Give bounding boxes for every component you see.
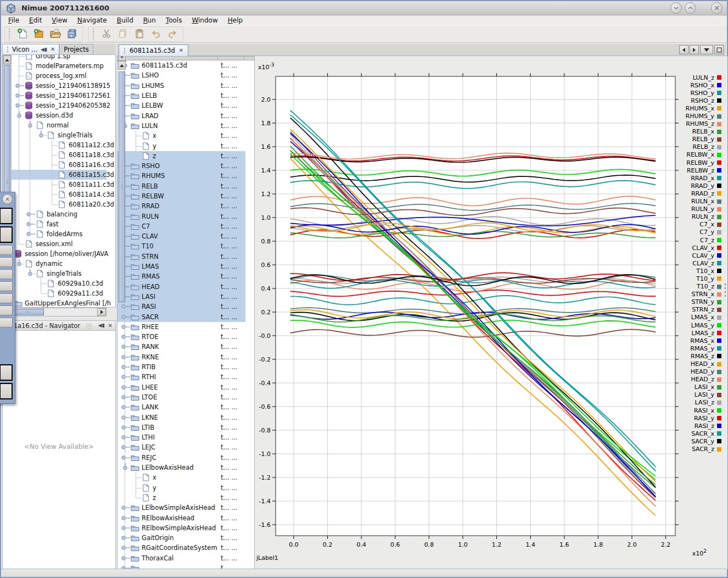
palette-tool-button-9[interactable]: [0, 318, 13, 327]
tree-row-rejc[interactable]: REJCt... ...: [117, 453, 245, 463]
scrollbar-thumb[interactable]: [12, 309, 44, 315]
save-all-button[interactable]: [65, 27, 79, 41]
tree-row-z[interactable]: zt... ...: [117, 493, 245, 503]
expand-handle[interactable]: [120, 412, 131, 422]
menu-file[interactable]: File: [3, 16, 24, 25]
collapse-handle[interactable]: [120, 463, 131, 473]
palette-tool-button-10[interactable]: [0, 364, 13, 381]
palette-tool-button-11[interactable]: [0, 383, 13, 399]
expand-handle[interactable]: [120, 352, 131, 362]
palette-tool-button-7[interactable]: [0, 293, 13, 303]
tree-row-rank[interactable]: RANKt... ...: [117, 342, 245, 352]
tree-row-dynamic[interactable]: dynamic: [3, 259, 107, 269]
tree-row-rhee[interactable]: RHEEt... ...: [117, 322, 245, 332]
expand-handle[interactable]: [120, 332, 131, 342]
tree-row-x[interactable]: xt... ...: [117, 473, 245, 482]
expand-handle[interactable]: [14, 81, 25, 91]
menu-window[interactable]: Window: [187, 16, 222, 25]
tree-row-ltoe[interactable]: LTOEt... ...: [117, 392, 245, 402]
toolbar-drag-grip[interactable]: [92, 28, 95, 40]
tree-row-sessio-1219406138915[interactable]: sessio_1219406138915: [3, 81, 107, 91]
tree-row-lsho[interactable]: LSHOt... ...: [117, 70, 245, 80]
palette-tool-button-5[interactable]: [0, 269, 13, 279]
expand-handle[interactable]: [120, 523, 131, 533]
expand-handle[interactable]: [120, 402, 131, 412]
expand-handle[interactable]: [120, 423, 131, 432]
minimize-panel-icon[interactable]: ◀▮: [98, 323, 105, 328]
close-tab-icon[interactable]: ✕: [179, 48, 183, 53]
expand-handle[interactable]: [25, 219, 36, 229]
tree-row-modelparameters-mp[interactable]: modelParameters.mp: [3, 61, 107, 71]
new-file-button[interactable]: [15, 27, 30, 41]
tree-row-ruln[interactable]: RULNt... ...: [117, 211, 245, 221]
menu-run[interactable]: Run: [138, 16, 161, 25]
tree-row-balancing[interactable]: balancing: [3, 209, 107, 219]
expand-handle[interactable]: [120, 503, 131, 513]
tree-row-60929a10-c3d[interactable]: 60929a10.c3d: [3, 279, 107, 288]
scrollbar-thumb[interactable]: [119, 71, 125, 302]
collapse-handle[interactable]: [25, 269, 36, 279]
palette-tool-button-2[interactable]: [0, 226, 13, 243]
tree-row-lthi[interactable]: LTHIt... ...: [117, 432, 245, 442]
menu-build[interactable]: Build: [112, 16, 138, 25]
tree-row-clav[interactable]: CLAVt... ...: [117, 231, 245, 241]
collapse-handle[interactable]: [36, 130, 47, 140]
tree-row-60811a12-c3d[interactable]: 60811a12.c3d: [3, 140, 107, 150]
tree-row-lhums[interactable]: LHUMSt... ...: [117, 81, 245, 91]
minimize-window-button[interactable]: [670, 2, 682, 14]
expand-handle[interactable]: [120, 312, 131, 321]
tree-row-sessio-1219406172561[interactable]: sessio_1219406172561: [3, 91, 107, 101]
tree-row-strn[interactable]: STRNt... ...: [117, 252, 245, 262]
tree-row-rtoe[interactable]: RTOEt... ...: [117, 332, 245, 342]
tree-row-normal[interactable]: normal: [3, 120, 107, 130]
tree-row-gaitupperexanglesfinal-h[interactable]: GaitUpperExAnglesFinal [/h: [3, 298, 107, 308]
previous-tab-button[interactable]: [679, 45, 688, 54]
tab-drag-grip[interactable]: [124, 47, 126, 54]
window-edge-splitter-grip[interactable]: [724, 282, 726, 297]
expand-handle[interactable]: [120, 362, 131, 372]
palette-tool-button-1[interactable]: [0, 208, 13, 224]
tree-row-ltib[interactable]: LTIBt... ...: [117, 423, 245, 432]
scroll-down-button[interactable]: [118, 56, 126, 61]
toolbar-drag-grip[interactable]: [8, 28, 11, 40]
tree-row-gaitorigin[interactable]: GaitOrigint... ...: [117, 533, 245, 543]
tree-row-group-1-sp[interactable]: Group 1.sp: [3, 55, 107, 61]
expand-handle[interactable]: [25, 229, 36, 239]
tree-row-lkne[interactable]: LKNEt... ...: [117, 412, 245, 422]
tree-row-session-d3d[interactable]: session.d3d: [3, 110, 107, 120]
expand-handle[interactable]: [120, 392, 131, 402]
expand-handle[interactable]: [120, 533, 131, 543]
tree-row-session-xml[interactable]: session.xml: [3, 239, 107, 249]
tree-row-z[interactable]: zt... ...: [117, 151, 245, 161]
tree-row-session-home-oliver-java[interactable]: session [/home/oliver/JAVA: [3, 249, 107, 259]
expand-handle[interactable]: [120, 342, 131, 352]
tree-row-singletrials[interactable]: singleTrials: [3, 130, 107, 140]
project-tree-horizontal-scrollbar[interactable]: [2, 308, 107, 316]
tree-row-relb[interactable]: RELBt... ...: [117, 181, 245, 191]
close-panel-icon[interactable]: ✕: [108, 323, 113, 329]
expand-handle[interactable]: [120, 372, 131, 382]
tree-row-fast[interactable]: fast: [3, 219, 107, 229]
tab-60811a15-c3d[interactable]: 60811a15.c3d ✕: [119, 45, 188, 56]
expand-handle[interactable]: [25, 209, 36, 219]
expand-handle[interactable]: [120, 302, 131, 312]
marker-tree-vertical-scrollbar[interactable]: [117, 60, 126, 62]
floating-tool-palette[interactable]: ✕: [0, 192, 15, 404]
tree-row-rmas[interactable]: RMASt... ...: [117, 271, 245, 281]
tree-row-lrad[interactable]: LRADt... ...: [117, 110, 245, 120]
title-bar[interactable]: Nimue 200711261600: [1, 1, 727, 15]
menu-navigate[interactable]: Navigate: [72, 16, 112, 25]
tree-row-foldedarms[interactable]: foldedArms: [3, 229, 107, 239]
tree-row-rkne[interactable]: RKNEt... ...: [117, 352, 245, 362]
tree-row-x[interactable]: xt... ...: [117, 131, 245, 141]
tree-row-rtib[interactable]: RTIBt... ...: [117, 362, 245, 372]
navigator-drag-texture[interactable]: [86, 323, 93, 329]
tree-row-rsho[interactable]: RSHOt... ...: [117, 161, 245, 171]
tree-row-60811a14-c3d[interactable]: 60811a14.c3d: [3, 190, 107, 199]
minimize-panel-icon[interactable]: ◀▮: [41, 47, 47, 52]
tree-row-rgaitcoordinatesystem[interactable]: RGaitCoordinateSystemt... ...: [117, 543, 245, 553]
new-project-button[interactable]: [32, 27, 46, 41]
palette-tool-button-6[interactable]: [0, 281, 13, 291]
tree-row-thoraxcal[interactable]: ThoraxCalt... ...: [117, 553, 245, 563]
tab-vicon[interactable]: Vicon ... ◀▮ ✕: [2, 44, 59, 54]
